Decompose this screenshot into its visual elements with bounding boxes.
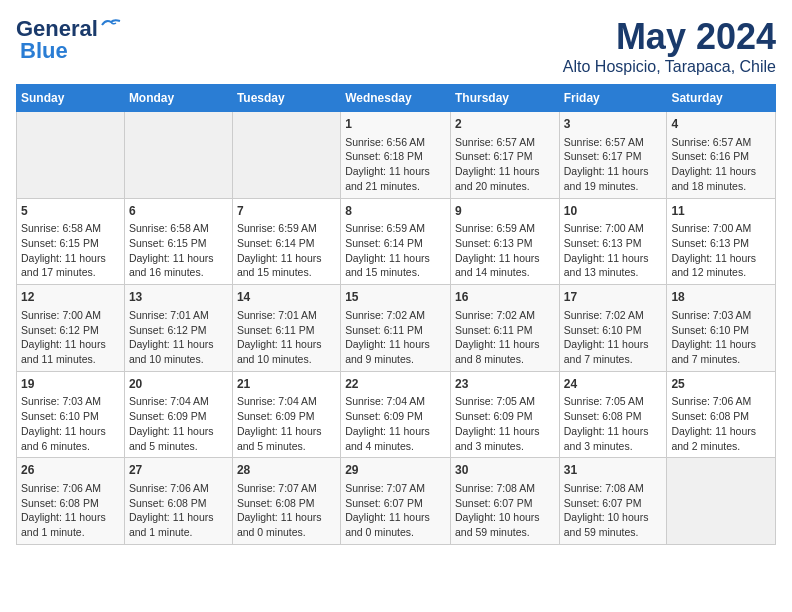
day-number: 18 <box>671 289 771 306</box>
days-of-week-row: SundayMondayTuesdayWednesdayThursdayFrid… <box>17 85 776 112</box>
cell-content: Sunset: 6:13 PM <box>671 236 771 251</box>
day-header-sunday: Sunday <box>17 85 125 112</box>
day-number: 23 <box>455 376 555 393</box>
calendar-cell <box>17 112 125 199</box>
day-header-thursday: Thursday <box>450 85 559 112</box>
cell-content: Sunset: 6:08 PM <box>564 409 663 424</box>
day-number: 19 <box>21 376 120 393</box>
day-number: 28 <box>237 462 336 479</box>
cell-content: Sunset: 6:14 PM <box>345 236 446 251</box>
calendar-cell <box>232 112 340 199</box>
day-number: 9 <box>455 203 555 220</box>
cell-content: Daylight: 11 hours and 18 minutes. <box>671 164 771 193</box>
cell-content: Sunset: 6:08 PM <box>21 496 120 511</box>
cell-content: Daylight: 11 hours and 8 minutes. <box>455 337 555 366</box>
calendar-cell: 5Sunrise: 6:58 AMSunset: 6:15 PMDaylight… <box>17 198 125 285</box>
day-number: 12 <box>21 289 120 306</box>
week-row-5: 26Sunrise: 7:06 AMSunset: 6:08 PMDayligh… <box>17 458 776 545</box>
cell-content: Sunset: 6:17 PM <box>564 149 663 164</box>
cell-content: Sunrise: 6:59 AM <box>345 221 446 236</box>
calendar-cell: 22Sunrise: 7:04 AMSunset: 6:09 PMDayligh… <box>341 371 451 458</box>
calendar-cell: 2Sunrise: 6:57 AMSunset: 6:17 PMDaylight… <box>450 112 559 199</box>
cell-content: Sunset: 6:11 PM <box>455 323 555 338</box>
calendar-cell: 17Sunrise: 7:02 AMSunset: 6:10 PMDayligh… <box>559 285 667 372</box>
day-number: 5 <box>21 203 120 220</box>
cell-content: Sunset: 6:12 PM <box>21 323 120 338</box>
cell-content: Sunrise: 7:08 AM <box>455 481 555 496</box>
day-number: 20 <box>129 376 228 393</box>
cell-content: Sunrise: 7:03 AM <box>21 394 120 409</box>
cell-content: Daylight: 11 hours and 16 minutes. <box>129 251 228 280</box>
cell-content: Daylight: 11 hours and 4 minutes. <box>345 424 446 453</box>
day-number: 14 <box>237 289 336 306</box>
cell-content: Sunset: 6:08 PM <box>129 496 228 511</box>
week-row-2: 5Sunrise: 6:58 AMSunset: 6:15 PMDaylight… <box>17 198 776 285</box>
calendar-cell: 27Sunrise: 7:06 AMSunset: 6:08 PMDayligh… <box>124 458 232 545</box>
cell-content: Daylight: 11 hours and 15 minutes. <box>345 251 446 280</box>
day-number: 22 <box>345 376 446 393</box>
day-number: 8 <box>345 203 446 220</box>
calendar-cell: 1Sunrise: 6:56 AMSunset: 6:18 PMDaylight… <box>341 112 451 199</box>
day-number: 11 <box>671 203 771 220</box>
calendar-cell: 15Sunrise: 7:02 AMSunset: 6:11 PMDayligh… <box>341 285 451 372</box>
cell-content: Sunset: 6:09 PM <box>237 409 336 424</box>
cell-content: Sunrise: 6:58 AM <box>21 221 120 236</box>
calendar-header: SundayMondayTuesdayWednesdayThursdayFrid… <box>17 85 776 112</box>
calendar-cell: 26Sunrise: 7:06 AMSunset: 6:08 PMDayligh… <box>17 458 125 545</box>
day-header-saturday: Saturday <box>667 85 776 112</box>
calendar-cell: 29Sunrise: 7:07 AMSunset: 6:07 PMDayligh… <box>341 458 451 545</box>
calendar-cell: 12Sunrise: 7:00 AMSunset: 6:12 PMDayligh… <box>17 285 125 372</box>
day-number: 13 <box>129 289 228 306</box>
cell-content: Daylight: 11 hours and 10 minutes. <box>129 337 228 366</box>
cell-content: Sunset: 6:12 PM <box>129 323 228 338</box>
day-number: 26 <box>21 462 120 479</box>
calendar-cell: 14Sunrise: 7:01 AMSunset: 6:11 PMDayligh… <box>232 285 340 372</box>
cell-content: Sunrise: 7:04 AM <box>237 394 336 409</box>
calendar-cell: 20Sunrise: 7:04 AMSunset: 6:09 PMDayligh… <box>124 371 232 458</box>
cell-content: Sunrise: 7:02 AM <box>455 308 555 323</box>
day-number: 6 <box>129 203 228 220</box>
cell-content: Sunrise: 6:56 AM <box>345 135 446 150</box>
calendar-cell: 16Sunrise: 7:02 AMSunset: 6:11 PMDayligh… <box>450 285 559 372</box>
cell-content: Sunrise: 7:06 AM <box>21 481 120 496</box>
week-row-4: 19Sunrise: 7:03 AMSunset: 6:10 PMDayligh… <box>17 371 776 458</box>
cell-content: Daylight: 11 hours and 14 minutes. <box>455 251 555 280</box>
day-number: 1 <box>345 116 446 133</box>
cell-content: Sunrise: 7:06 AM <box>129 481 228 496</box>
calendar-cell: 25Sunrise: 7:06 AMSunset: 6:08 PMDayligh… <box>667 371 776 458</box>
cell-content: Sunset: 6:07 PM <box>455 496 555 511</box>
cell-content: Sunrise: 6:57 AM <box>671 135 771 150</box>
cell-content: Sunrise: 7:00 AM <box>564 221 663 236</box>
calendar-cell: 28Sunrise: 7:07 AMSunset: 6:08 PMDayligh… <box>232 458 340 545</box>
day-number: 10 <box>564 203 663 220</box>
cell-content: Sunrise: 7:05 AM <box>455 394 555 409</box>
cell-content: Sunset: 6:09 PM <box>455 409 555 424</box>
cell-content: Sunrise: 7:01 AM <box>129 308 228 323</box>
cell-content: Sunrise: 6:58 AM <box>129 221 228 236</box>
logo-blue: Blue <box>20 38 68 64</box>
cell-content: Daylight: 11 hours and 7 minutes. <box>671 337 771 366</box>
cell-content: Sunset: 6:15 PM <box>21 236 120 251</box>
cell-content: Sunrise: 7:06 AM <box>671 394 771 409</box>
cell-content: Daylight: 11 hours and 9 minutes. <box>345 337 446 366</box>
cell-content: Sunset: 6:10 PM <box>21 409 120 424</box>
cell-content: Daylight: 11 hours and 3 minutes. <box>455 424 555 453</box>
calendar-cell: 19Sunrise: 7:03 AMSunset: 6:10 PMDayligh… <box>17 371 125 458</box>
cell-content: Sunrise: 7:04 AM <box>345 394 446 409</box>
cell-content: Daylight: 11 hours and 3 minutes. <box>564 424 663 453</box>
day-number: 30 <box>455 462 555 479</box>
cell-content: Sunset: 6:11 PM <box>237 323 336 338</box>
calendar-cell: 9Sunrise: 6:59 AMSunset: 6:13 PMDaylight… <box>450 198 559 285</box>
cell-content: Sunset: 6:13 PM <box>455 236 555 251</box>
cell-content: Sunrise: 6:59 AM <box>455 221 555 236</box>
cell-content: Sunrise: 7:00 AM <box>21 308 120 323</box>
calendar-cell: 13Sunrise: 7:01 AMSunset: 6:12 PMDayligh… <box>124 285 232 372</box>
cell-content: Daylight: 11 hours and 21 minutes. <box>345 164 446 193</box>
day-number: 31 <box>564 462 663 479</box>
header: General Blue May 2024 Alto Hospicio, Tar… <box>16 16 776 76</box>
day-number: 29 <box>345 462 446 479</box>
calendar-cell <box>124 112 232 199</box>
cell-content: Sunset: 6:10 PM <box>671 323 771 338</box>
calendar-cell: 18Sunrise: 7:03 AMSunset: 6:10 PMDayligh… <box>667 285 776 372</box>
logo-bird-icon <box>100 17 122 33</box>
